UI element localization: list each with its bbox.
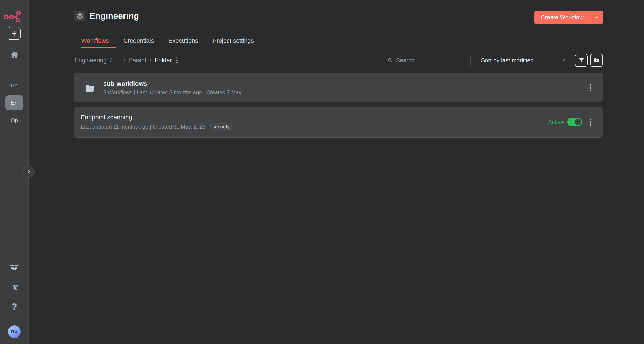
workflow-card-kebab-icon[interactable] [588, 117, 592, 127]
sidebar-expand-button[interactable] [22, 165, 35, 178]
chevron-down-icon [561, 58, 566, 63]
filter-button[interactable] [575, 54, 588, 67]
workflow-card-meta: Last updated 11 months ago | Created 31 … [81, 124, 206, 130]
app-window: + Pe En Op x ? RV [0, 0, 644, 344]
search-field [383, 54, 471, 67]
breadcrumb-item-engineering[interactable]: Engineering [74, 57, 107, 64]
tab-executions[interactable]: Executions [168, 37, 198, 48]
search-icon [388, 58, 393, 63]
sort-dropdown[interactable]: Sort by last modified [476, 54, 571, 67]
user-avatar[interactable]: RV [8, 325, 20, 338]
folder-plus-icon [594, 57, 600, 63]
sidebar: + Pe En Op x ? RV [0, 0, 28, 344]
workflow-card-title[interactable]: Endpoint scanning [81, 114, 544, 121]
breadcrumb-item-ellipsis[interactable]: ... [115, 57, 120, 64]
tab-project-settings[interactable]: Project settings [213, 37, 254, 48]
create-workflow-dropdown-button[interactable] [590, 11, 603, 24]
folder-icon [84, 83, 95, 92]
tab-bar: Workflows Credentials Executions Project… [81, 37, 254, 48]
sidebar-project-en-active[interactable]: En [5, 95, 23, 110]
breadcrumb-separator: / [110, 57, 112, 64]
page-title: Engineering [90, 10, 139, 22]
sidebar-project-pe[interactable]: Pe [0, 81, 28, 90]
search-input[interactable] [396, 57, 466, 64]
breadcrumb-separator: / [150, 57, 152, 64]
breadcrumb-actions-kebab-icon[interactable] [175, 56, 179, 65]
create-workflow-button[interactable]: Create Workflow [534, 11, 590, 24]
breadcrumb-item-folder-current: Folder [155, 57, 172, 64]
breadcrumb-item-parent[interactable]: Parent [128, 57, 146, 64]
workflow-tag-security[interactable]: security [210, 123, 233, 131]
sidebar-divider [0, 319, 28, 320]
home-icon[interactable] [10, 50, 19, 60]
workflow-card[interactable]: Endpoint scanning Last updated 11 months… [74, 107, 603, 137]
folder-card[interactable]: sub-workflows 8 Workflows | Last updated… [74, 73, 603, 102]
variables-icon[interactable]: x [0, 281, 28, 293]
project-layers-icon [74, 11, 85, 21]
breadcrumb: Engineering / ... / Parent / Folder [74, 54, 179, 67]
folder-card-title[interactable]: sub-workflows [103, 80, 582, 87]
add-button[interactable]: + [8, 27, 20, 40]
filter-funnel-icon [578, 57, 584, 63]
sidebar-project-op[interactable]: Op [0, 116, 28, 125]
breadcrumb-separator: / [124, 57, 125, 64]
toggle-knob [575, 119, 582, 125]
sort-dropdown-value: Sort by last modified [481, 57, 561, 64]
create-workflow-split-button: Create Workflow [534, 11, 603, 24]
workflow-status-label: Active [548, 119, 564, 126]
tab-workflows[interactable]: Workflows [81, 37, 109, 48]
help-icon[interactable]: ? [0, 301, 28, 312]
new-folder-button[interactable] [590, 54, 603, 67]
workflow-active-toggle[interactable] [567, 118, 582, 126]
n8n-logo-icon[interactable] [3, 9, 24, 22]
templates-box-icon[interactable] [0, 263, 28, 272]
folder-card-meta: 8 Workflows | Last updated 3 months ago … [103, 89, 242, 96]
folder-card-kebab-icon[interactable] [588, 83, 592, 93]
tab-credentials[interactable]: Credentials [124, 37, 154, 48]
